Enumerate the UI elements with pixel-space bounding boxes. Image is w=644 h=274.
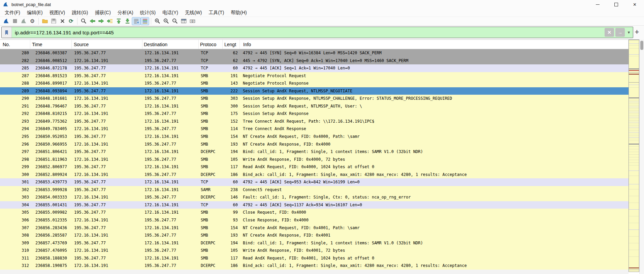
packet-row-312[interactable]: 312236858.190875172.16.134.191195.36.247… (0, 262, 629, 270)
cell-protocol: SMB (199, 141, 223, 148)
menu-item-1[interactable]: 编辑(E) (24, 9, 46, 17)
close-file-button[interactable] (58, 17, 67, 25)
packet-row-280[interactable]: 280236846.003387195.36.247.77172.16.134.… (0, 49, 629, 57)
packet-row-292[interactable]: 292236848.810215172.16.134.191195.36.247… (0, 110, 629, 118)
resize-columns-content-button[interactable]: 12 (188, 17, 197, 25)
cell-source: 172.16.134.191 (72, 156, 142, 163)
packet-row-288[interactable]: 288236846.899017172.16.134.191195.36.247… (0, 80, 629, 87)
clear-filter-icon: ✕ (607, 30, 611, 35)
column-header-source[interactable]: Source (72, 40, 142, 49)
packet-row-309[interactable]: 309236857.473769195.36.247.77172.16.134.… (0, 239, 629, 247)
resize-columns-button[interactable] (179, 17, 188, 25)
go-forward-button[interactable] (97, 17, 105, 25)
column-header-destination[interactable]: Destination (142, 40, 199, 49)
column-header-lengt[interactable]: Lengt (223, 40, 240, 49)
packet-row-308[interactable]: 308236856.285587172.16.134.191195.36.247… (0, 232, 629, 239)
open-file-button[interactable] (40, 17, 49, 25)
column-header-info[interactable]: Info (240, 40, 629, 49)
filter-bookmark-button[interactable] (2, 27, 12, 38)
clear-filter-button[interactable]: ✕ (605, 28, 614, 37)
scrollbar-handle[interactable] (640, 41, 643, 50)
packet-row-298[interactable]: 298236851.811963172.16.134.191195.36.247… (0, 156, 629, 163)
packet-row-305[interactable]: 305236855.009982195.36.247.77172.16.134.… (0, 209, 629, 216)
capture-options-button[interactable]: ⚙ (28, 17, 37, 25)
intelligent-scrollbar-minimap[interactable] (629, 39, 639, 272)
go-to-packet-button[interactable] (105, 17, 114, 25)
colorize-button[interactable] (140, 17, 149, 25)
menu-item-9[interactable]: 工具(T) (205, 9, 227, 17)
go-last-packet-button[interactable] (123, 17, 132, 25)
packet-row-296[interactable]: 296236850.966955172.16.134.191195.36.247… (0, 141, 629, 148)
filter-dropdown-button[interactable]: ▼ (626, 28, 632, 37)
find-packet-button[interactable] (79, 17, 88, 25)
menu-item-5[interactable]: 分析(A) (114, 9, 137, 17)
packet-row-307[interactable]: 307236856.283436195.36.247.77172.16.134.… (0, 224, 629, 232)
packet-row-295[interactable]: 295236850.952053195.36.247.77172.16.134.… (0, 133, 629, 141)
menu-item-8[interactable]: 无线(W) (182, 9, 205, 17)
packet-row-297[interactable]: 297236851.806421195.36.247.77172.16.134.… (0, 148, 629, 156)
packet-row-306[interactable]: 306236855.012335172.16.134.191195.36.247… (0, 216, 629, 224)
packet-row-310[interactable]: 310236857.476095172.16.134.191195.36.247… (0, 247, 629, 254)
cell-source: 195.36.247.77 (72, 163, 142, 171)
column-header-no[interactable]: No. (0, 40, 30, 49)
packet-row-282[interactable]: 282236846.008512172.16.134.191195.36.247… (0, 57, 629, 65)
packet-row-289-selected[interactable]: 289236848.093894195.36.247.77172.16.134.… (0, 87, 629, 95)
menu-item-2[interactable]: 视图(V) (46, 9, 69, 17)
packet-row-294[interactable]: 294236849.783405172.16.134.191195.36.247… (0, 125, 629, 133)
apply-filter-button[interactable]: → (615, 28, 625, 37)
menu-item-7[interactable]: 电话(Y) (159, 9, 182, 17)
cell-no: 302 (0, 186, 30, 194)
packet-row-304[interactable]: 304236855.001431195.36.247.77172.16.134.… (0, 201, 629, 209)
add-filter-button[interactable]: + (633, 27, 641, 37)
cell-source: 195.36.247.77 (72, 254, 142, 262)
cell-info: Bind: call_id: 1, Fragment: Single, 1 co… (240, 239, 629, 247)
packet-row-303[interactable]: 303236854.003333172.16.134.191195.36.247… (0, 193, 629, 201)
minimap-mark (629, 152, 639, 152)
minimap-mark (629, 87, 639, 88)
restart-capture-button[interactable] (19, 17, 28, 25)
menu-item-10[interactable]: 帮助(H) (227, 9, 250, 17)
packet-row-293[interactable]: 293236849.775362195.36.247.77172.16.134.… (0, 118, 629, 125)
go-back-button[interactable] (88, 17, 97, 25)
cell-source: 195.36.247.77 (72, 209, 142, 216)
packet-row-302[interactable]: 302236853.999928195.36.247.77172.16.134.… (0, 186, 629, 194)
menu-item-4[interactable]: 捕获(C) (91, 9, 114, 17)
cell-length: 154 (223, 133, 240, 141)
cell-length: 191 (223, 72, 240, 80)
menu-item-3[interactable]: 跳转(G) (68, 9, 91, 17)
packet-row-299[interactable]: 299236852.806977195.36.247.77172.16.134.… (0, 163, 629, 171)
cell-protocol: DCERPC (199, 262, 223, 270)
vertical-scrollbar[interactable] (639, 39, 644, 274)
packet-row-290[interactable]: 290236848.101681172.16.134.191195.36.247… (0, 95, 629, 102)
stop-capture-button[interactable] (10, 17, 19, 25)
cell-time: 236850.966955 (30, 141, 72, 148)
packet-row-285[interactable]: 285236846.872178195.36.247.77172.16.134.… (0, 64, 629, 72)
zoom-normal-button[interactable] (170, 17, 179, 25)
packet-row-301[interactable]: 301236853.439773195.36.247.77172.16.134.… (0, 178, 629, 186)
column-header-protoco[interactable]: Protoco (199, 40, 223, 49)
packet-row-311[interactable]: 311236858.188830195.36.247.77172.16.134.… (0, 254, 629, 262)
maximize-button[interactable] (607, 0, 625, 9)
packet-row-300[interactable]: 300236852.809924172.16.134.191195.36.247… (0, 171, 629, 179)
minimap-mark (629, 100, 639, 100)
column-header-time[interactable]: Time (30, 40, 72, 49)
menu-item-0[interactable]: 文件(F) (1, 9, 24, 17)
minimap-mark (629, 112, 639, 112)
menu-item-6[interactable]: 统计(S) (137, 9, 159, 17)
cell-time: 236851.811963 (30, 156, 72, 163)
auto-scroll-button[interactable] (132, 17, 140, 25)
filter-expression-text[interactable]: ip.addr==172.16.134.191 and tcp.port==44… (12, 30, 605, 35)
save-file-button[interactable] (49, 17, 58, 25)
zoom-out-button[interactable] (162, 17, 170, 25)
cell-no: 310 (0, 247, 30, 254)
cell-destination: 195.36.247.77 (142, 110, 199, 118)
go-first-packet-button[interactable] (114, 17, 123, 25)
packet-row-291[interactable]: 291236848.796467195.36.247.77172.16.134.… (0, 102, 629, 110)
zoom-in-button[interactable] (153, 17, 162, 25)
minimize-button[interactable] (588, 0, 607, 9)
close-button[interactable]: ✕ (625, 0, 644, 9)
start-capture-button[interactable] (2, 17, 10, 25)
display-filter-input[interactable]: ip.addr==172.16.134.191 and tcp.port==44… (1, 27, 633, 38)
reload-file-button[interactable]: ⟳ (67, 17, 75, 25)
packet-row-287[interactable]: 287236846.891523195.36.247.77172.16.134.… (0, 72, 629, 80)
